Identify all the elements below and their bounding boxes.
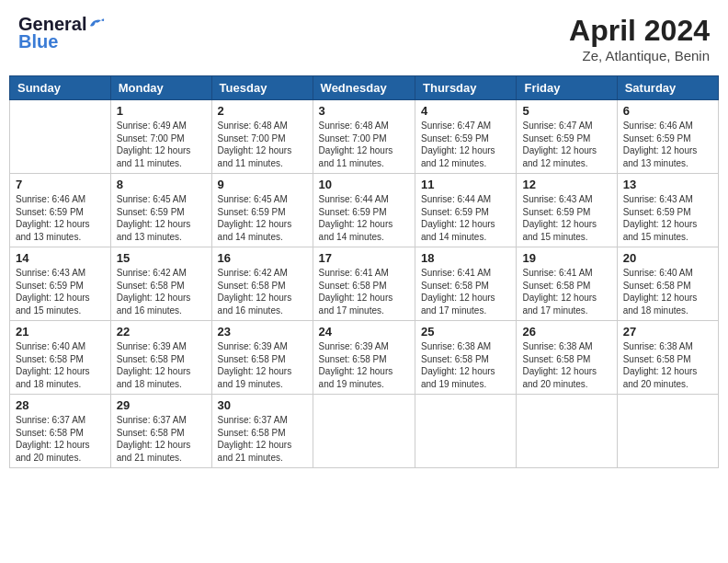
day-info: Sunrise: 6:37 AM Sunset: 6:58 PM Dayligh… bbox=[16, 414, 105, 464]
table-row: 22Sunrise: 6:39 AM Sunset: 6:58 PM Dayli… bbox=[110, 321, 211, 395]
day-number: 1 bbox=[117, 104, 206, 118]
day-info: Sunrise: 6:48 AM Sunset: 7:00 PM Dayligh… bbox=[218, 120, 307, 169]
day-info: Sunrise: 6:44 AM Sunset: 6:59 PM Dayligh… bbox=[319, 193, 409, 243]
day-number: 23 bbox=[218, 325, 307, 339]
day-info: Sunrise: 6:39 AM Sunset: 6:58 PM Dayligh… bbox=[319, 340, 409, 390]
table-row: 3Sunrise: 6:48 AM Sunset: 7:00 PM Daylig… bbox=[313, 100, 415, 174]
calendar-week-row: 28Sunrise: 6:37 AM Sunset: 6:58 PM Dayli… bbox=[10, 395, 719, 468]
day-number: 20 bbox=[623, 251, 712, 265]
day-number: 12 bbox=[522, 178, 610, 191]
table-row bbox=[313, 395, 415, 468]
day-info: Sunrise: 6:41 AM Sunset: 6:58 PM Dayligh… bbox=[421, 267, 510, 316]
table-row: 20Sunrise: 6:40 AM Sunset: 6:58 PM Dayli… bbox=[617, 247, 718, 321]
day-number: 26 bbox=[522, 325, 610, 339]
title-block: April 2024 Ze, Atlantique, Benin bbox=[569, 14, 710, 63]
day-info: Sunrise: 6:45 AM Sunset: 6:59 PM Dayligh… bbox=[218, 193, 307, 243]
logo: General Blue bbox=[18, 14, 105, 52]
table-row: 18Sunrise: 6:41 AM Sunset: 6:58 PM Dayli… bbox=[415, 247, 517, 321]
calendar-week-row: 14Sunrise: 6:43 AM Sunset: 6:59 PM Dayli… bbox=[10, 247, 719, 321]
day-info: Sunrise: 6:48 AM Sunset: 7:00 PM Dayligh… bbox=[319, 120, 409, 169]
table-row: 13Sunrise: 6:43 AM Sunset: 6:59 PM Dayli… bbox=[617, 174, 718, 247]
table-row: 7Sunrise: 6:46 AM Sunset: 6:59 PM Daylig… bbox=[10, 174, 111, 247]
day-info: Sunrise: 6:37 AM Sunset: 6:58 PM Dayligh… bbox=[218, 414, 307, 464]
col-thursday: Thursday bbox=[415, 76, 517, 100]
table-row: 11Sunrise: 6:44 AM Sunset: 6:59 PM Dayli… bbox=[415, 174, 517, 247]
table-row: 21Sunrise: 6:40 AM Sunset: 6:58 PM Dayli… bbox=[10, 321, 111, 395]
day-info: Sunrise: 6:38 AM Sunset: 6:58 PM Dayligh… bbox=[522, 340, 610, 390]
day-number: 4 bbox=[421, 104, 510, 118]
day-info: Sunrise: 6:42 AM Sunset: 6:58 PM Dayligh… bbox=[117, 267, 206, 316]
table-row bbox=[517, 395, 617, 468]
calendar-table: Sunday Monday Tuesday Wednesday Thursday… bbox=[9, 75, 719, 468]
table-row: 15Sunrise: 6:42 AM Sunset: 6:58 PM Dayli… bbox=[110, 247, 211, 321]
table-row: 29Sunrise: 6:37 AM Sunset: 6:58 PM Dayli… bbox=[110, 395, 211, 468]
day-info: Sunrise: 6:37 AM Sunset: 6:58 PM Dayligh… bbox=[117, 414, 206, 464]
day-number: 18 bbox=[421, 251, 510, 265]
logo-blue: Blue bbox=[18, 31, 58, 52]
day-info: Sunrise: 6:46 AM Sunset: 6:59 PM Dayligh… bbox=[16, 193, 105, 243]
day-info: Sunrise: 6:47 AM Sunset: 6:59 PM Dayligh… bbox=[421, 120, 510, 169]
day-info: Sunrise: 6:43 AM Sunset: 6:59 PM Dayligh… bbox=[522, 193, 610, 243]
day-number: 9 bbox=[218, 178, 307, 191]
table-row bbox=[415, 395, 517, 468]
day-number: 10 bbox=[319, 178, 409, 191]
table-row: 27Sunrise: 6:38 AM Sunset: 6:58 PM Dayli… bbox=[617, 321, 718, 395]
calendar-week-row: 7Sunrise: 6:46 AM Sunset: 6:59 PM Daylig… bbox=[10, 174, 719, 247]
day-number: 30 bbox=[218, 398, 307, 412]
table-row: 26Sunrise: 6:38 AM Sunset: 6:58 PM Dayli… bbox=[517, 321, 617, 395]
day-number: 29 bbox=[117, 398, 206, 412]
day-number: 15 bbox=[117, 251, 206, 265]
day-info: Sunrise: 6:43 AM Sunset: 6:59 PM Dayligh… bbox=[623, 193, 712, 243]
day-number: 17 bbox=[319, 251, 409, 265]
day-number: 28 bbox=[16, 398, 105, 412]
table-row: 24Sunrise: 6:39 AM Sunset: 6:58 PM Dayli… bbox=[313, 321, 415, 395]
day-number: 11 bbox=[421, 178, 510, 191]
col-tuesday: Tuesday bbox=[211, 76, 313, 100]
day-number: 21 bbox=[16, 325, 105, 339]
table-row: 16Sunrise: 6:42 AM Sunset: 6:58 PM Dayli… bbox=[211, 247, 313, 321]
day-info: Sunrise: 6:46 AM Sunset: 6:59 PM Dayligh… bbox=[623, 120, 712, 169]
calendar-week-row: 21Sunrise: 6:40 AM Sunset: 6:58 PM Dayli… bbox=[10, 321, 719, 395]
day-info: Sunrise: 6:38 AM Sunset: 6:58 PM Dayligh… bbox=[421, 340, 510, 390]
day-number: 22 bbox=[117, 325, 206, 339]
table-row bbox=[10, 100, 111, 174]
day-number: 19 bbox=[522, 251, 610, 265]
day-info: Sunrise: 6:39 AM Sunset: 6:58 PM Dayligh… bbox=[117, 340, 206, 390]
day-info: Sunrise: 6:42 AM Sunset: 6:58 PM Dayligh… bbox=[218, 267, 307, 316]
day-info: Sunrise: 6:45 AM Sunset: 6:59 PM Dayligh… bbox=[117, 193, 206, 243]
day-number: 5 bbox=[522, 104, 610, 118]
month-year-title: April 2024 bbox=[569, 14, 710, 48]
day-number: 14 bbox=[16, 251, 105, 265]
day-info: Sunrise: 6:39 AM Sunset: 6:58 PM Dayligh… bbox=[218, 340, 307, 390]
table-row: 4Sunrise: 6:47 AM Sunset: 6:59 PM Daylig… bbox=[415, 100, 517, 174]
day-number: 2 bbox=[218, 104, 307, 118]
table-row: 10Sunrise: 6:44 AM Sunset: 6:59 PM Dayli… bbox=[313, 174, 415, 247]
calendar-header-row: Sunday Monday Tuesday Wednesday Thursday… bbox=[10, 76, 719, 100]
day-info: Sunrise: 6:41 AM Sunset: 6:58 PM Dayligh… bbox=[522, 267, 610, 316]
day-number: 6 bbox=[623, 104, 712, 118]
col-friday: Friday bbox=[517, 76, 617, 100]
day-number: 25 bbox=[421, 325, 510, 339]
calendar-week-row: 1Sunrise: 6:49 AM Sunset: 7:00 PM Daylig… bbox=[10, 100, 719, 174]
day-info: Sunrise: 6:40 AM Sunset: 6:58 PM Dayligh… bbox=[16, 340, 105, 390]
table-row: 14Sunrise: 6:43 AM Sunset: 6:59 PM Dayli… bbox=[10, 247, 111, 321]
table-row: 9Sunrise: 6:45 AM Sunset: 6:59 PM Daylig… bbox=[211, 174, 313, 247]
table-row: 1Sunrise: 6:49 AM Sunset: 7:00 PM Daylig… bbox=[110, 100, 211, 174]
day-number: 16 bbox=[218, 251, 307, 265]
table-row: 2Sunrise: 6:48 AM Sunset: 7:00 PM Daylig… bbox=[211, 100, 313, 174]
page-header: General Blue April 2024 Ze, Atlantique, … bbox=[9, 9, 719, 68]
table-row: 25Sunrise: 6:38 AM Sunset: 6:58 PM Dayli… bbox=[415, 321, 517, 395]
day-number: 3 bbox=[319, 104, 409, 118]
table-row: 28Sunrise: 6:37 AM Sunset: 6:58 PM Dayli… bbox=[10, 395, 111, 468]
day-number: 13 bbox=[623, 178, 712, 191]
table-row: 19Sunrise: 6:41 AM Sunset: 6:58 PM Dayli… bbox=[517, 247, 617, 321]
col-saturday: Saturday bbox=[617, 76, 718, 100]
day-number: 8 bbox=[117, 178, 206, 191]
day-info: Sunrise: 6:47 AM Sunset: 6:59 PM Dayligh… bbox=[522, 120, 610, 169]
col-monday: Monday bbox=[110, 76, 211, 100]
table-row: 30Sunrise: 6:37 AM Sunset: 6:58 PM Dayli… bbox=[211, 395, 313, 468]
table-row: 6Sunrise: 6:46 AM Sunset: 6:59 PM Daylig… bbox=[617, 100, 718, 174]
day-number: 7 bbox=[16, 178, 105, 191]
table-row bbox=[617, 395, 718, 468]
day-number: 24 bbox=[319, 325, 409, 339]
